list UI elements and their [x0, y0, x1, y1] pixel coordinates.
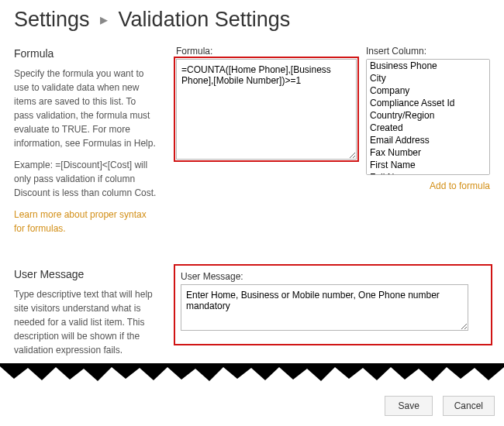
column-option[interactable]: Created	[367, 122, 489, 134]
insert-column-select[interactable]: Business PhoneCityCompanyCompliance Asse…	[366, 59, 490, 175]
usermsg-help: User Message Type descriptive text that …	[14, 266, 157, 365]
chevron-right-icon: ▸	[100, 11, 108, 28]
column-option[interactable]: Compliance Asset Id	[367, 97, 489, 109]
page-title: Validation Settings	[119, 8, 291, 31]
column-option[interactable]: Email Address	[367, 134, 489, 146]
formula-desc-2: Example: =[Discount]<[Cost] will only pa…	[14, 158, 157, 200]
breadcrumb-parent[interactable]: Settings	[14, 8, 90, 31]
cancel-button[interactable]: Cancel	[443, 396, 495, 416]
formula-input[interactable]	[176, 59, 357, 160]
column-option[interactable]: First Name	[367, 159, 489, 171]
usermsg-input[interactable]	[181, 284, 468, 331]
column-option[interactable]: Country/Region	[367, 109, 489, 122]
column-option[interactable]: Full Name	[367, 171, 489, 175]
formula-label: Formula:	[176, 46, 357, 57]
column-option[interactable]: Fax Number	[367, 146, 489, 159]
usermsg-heading: User Message	[14, 266, 157, 283]
formula-desc-1: Specify the formula you want to use to v…	[14, 67, 157, 150]
insert-column-label: Insert Column:	[366, 46, 490, 57]
torn-edge-decoration	[0, 363, 504, 385]
breadcrumb: Settings ▸ Validation Settings	[14, 8, 490, 32]
column-option[interactable]: City	[367, 72, 489, 84]
save-button[interactable]: Save	[385, 396, 433, 416]
formula-help: Formula Specify the formula you want to …	[14, 46, 157, 235]
column-option[interactable]: Business Phone	[367, 60, 489, 72]
column-option[interactable]: Company	[367, 84, 489, 97]
usermsg-label: User Message:	[181, 271, 484, 282]
learn-more-link[interactable]: Learn more about proper syntax for formu…	[14, 209, 147, 234]
formula-heading: Formula	[14, 46, 157, 62]
usermsg-desc: Type descriptive text that will help sit…	[14, 287, 157, 357]
add-to-formula-link[interactable]: Add to formula	[430, 180, 490, 191]
